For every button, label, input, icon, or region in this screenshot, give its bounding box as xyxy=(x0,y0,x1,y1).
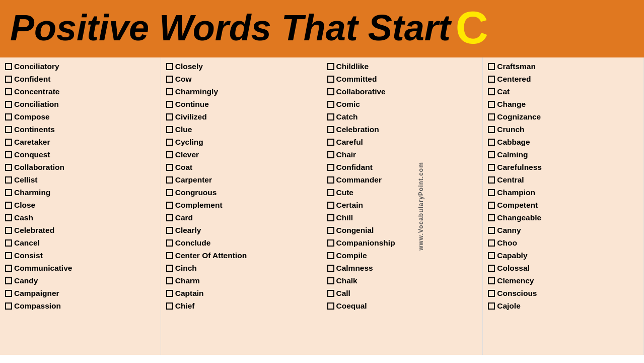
checkbox-icon[interactable] xyxy=(5,239,12,247)
checkbox-icon[interactable] xyxy=(5,176,12,184)
checkbox-icon[interactable] xyxy=(488,88,495,95)
checkbox-icon[interactable] xyxy=(488,151,495,158)
checkbox-icon[interactable] xyxy=(488,214,495,221)
checkbox-icon[interactable] xyxy=(5,151,12,158)
checkbox-icon[interactable] xyxy=(488,189,495,196)
checkbox-icon[interactable] xyxy=(5,88,12,95)
word-label: Comic xyxy=(336,98,360,110)
word-label: Cajole xyxy=(497,300,521,312)
checkbox-icon[interactable] xyxy=(327,302,334,310)
checkbox-icon[interactable] xyxy=(166,176,173,184)
checkbox-icon[interactable] xyxy=(5,76,12,83)
checkbox-icon[interactable] xyxy=(5,214,12,221)
checkbox-icon[interactable] xyxy=(488,202,495,209)
checkbox-icon[interactable] xyxy=(166,214,173,221)
checkbox-icon[interactable] xyxy=(5,101,12,108)
word-label: Close xyxy=(14,199,35,211)
checkbox-icon[interactable] xyxy=(327,151,334,158)
checkbox-icon[interactable] xyxy=(327,63,334,70)
checkbox-icon[interactable] xyxy=(5,139,12,146)
checkbox-icon[interactable] xyxy=(327,139,334,146)
checkbox-icon[interactable] xyxy=(488,290,495,297)
checkbox-icon[interactable] xyxy=(5,126,12,133)
checkbox-icon[interactable] xyxy=(327,239,334,247)
checkbox-icon[interactable] xyxy=(327,290,334,297)
checkbox-icon[interactable] xyxy=(327,277,334,284)
checkbox-icon[interactable] xyxy=(488,277,495,284)
word-label: Card xyxy=(175,212,193,224)
checkbox-icon[interactable] xyxy=(327,176,334,184)
checkbox-icon[interactable] xyxy=(166,139,173,146)
checkbox-icon[interactable] xyxy=(488,239,495,247)
checkbox-icon[interactable] xyxy=(327,101,334,108)
checkbox-icon[interactable] xyxy=(5,189,12,196)
checkbox-icon[interactable] xyxy=(488,302,495,310)
word-label: Committed xyxy=(336,73,377,85)
checkbox-icon[interactable] xyxy=(5,277,12,284)
checkbox-icon[interactable] xyxy=(327,252,334,259)
checkbox-icon[interactable] xyxy=(166,302,173,310)
list-item: Celebration xyxy=(327,124,478,136)
word-label: Cash xyxy=(14,212,33,224)
word-label: Champion xyxy=(497,187,535,199)
checkbox-icon[interactable] xyxy=(488,265,495,272)
word-label: Conquest xyxy=(14,149,50,161)
checkbox-icon[interactable] xyxy=(166,277,173,284)
checkbox-icon[interactable] xyxy=(166,126,173,133)
checkbox-icon[interactable] xyxy=(5,290,12,297)
checkbox-icon[interactable] xyxy=(5,164,12,171)
checkbox-icon[interactable] xyxy=(488,176,495,184)
checkbox-icon[interactable] xyxy=(488,76,495,83)
checkbox-icon[interactable] xyxy=(166,227,173,234)
checkbox-icon[interactable] xyxy=(327,202,334,209)
list-item: Cognizance xyxy=(488,111,638,123)
checkbox-icon[interactable] xyxy=(327,227,334,234)
checkbox-icon[interactable] xyxy=(5,227,12,234)
word-label: Carefulness xyxy=(497,161,542,173)
checkbox-icon[interactable] xyxy=(327,88,334,95)
list-item: Conclude xyxy=(166,237,317,249)
checkbox-icon[interactable] xyxy=(488,164,495,171)
checkbox-icon[interactable] xyxy=(327,214,334,221)
list-item: Confidant xyxy=(327,161,478,173)
checkbox-icon[interactable] xyxy=(488,252,495,259)
checkbox-icon[interactable] xyxy=(166,63,173,70)
checkbox-icon[interactable] xyxy=(166,88,173,95)
checkbox-icon[interactable] xyxy=(166,101,173,108)
checkbox-icon[interactable] xyxy=(327,126,334,133)
checkbox-icon[interactable] xyxy=(5,265,12,272)
checkbox-icon[interactable] xyxy=(166,202,173,209)
checkbox-icon[interactable] xyxy=(166,76,173,83)
checkbox-icon[interactable] xyxy=(5,113,12,120)
checkbox-icon[interactable] xyxy=(327,164,334,171)
checkbox-icon[interactable] xyxy=(166,189,173,196)
checkbox-icon[interactable] xyxy=(5,252,12,259)
checkbox-icon[interactable] xyxy=(5,302,12,310)
word-label: Civilized xyxy=(175,111,207,123)
checkbox-icon[interactable] xyxy=(488,101,495,108)
word-label: Childlike xyxy=(336,60,369,73)
checkbox-icon[interactable] xyxy=(5,202,12,209)
list-item: Concentrate xyxy=(5,86,156,98)
checkbox-icon[interactable] xyxy=(327,189,334,196)
checkbox-icon[interactable] xyxy=(166,252,173,259)
checkbox-icon[interactable] xyxy=(488,126,495,133)
checkbox-icon[interactable] xyxy=(5,63,12,70)
checkbox-icon[interactable] xyxy=(166,265,173,272)
checkbox-icon[interactable] xyxy=(166,151,173,158)
checkbox-icon[interactable] xyxy=(488,227,495,234)
checkbox-icon[interactable] xyxy=(488,139,495,146)
checkbox-icon[interactable] xyxy=(327,76,334,83)
list-item: Clue xyxy=(166,124,317,136)
checkbox-icon[interactable] xyxy=(166,290,173,297)
checkbox-icon[interactable] xyxy=(327,113,334,120)
checkbox-icon[interactable] xyxy=(166,113,173,120)
list-item: Compose xyxy=(5,111,156,123)
checkbox-icon[interactable] xyxy=(488,63,495,70)
list-item: Cinch xyxy=(166,262,317,274)
checkbox-icon[interactable] xyxy=(327,265,334,272)
list-item: Charmingly xyxy=(166,86,317,98)
checkbox-icon[interactable] xyxy=(166,239,173,247)
checkbox-icon[interactable] xyxy=(488,113,495,120)
checkbox-icon[interactable] xyxy=(166,164,173,171)
